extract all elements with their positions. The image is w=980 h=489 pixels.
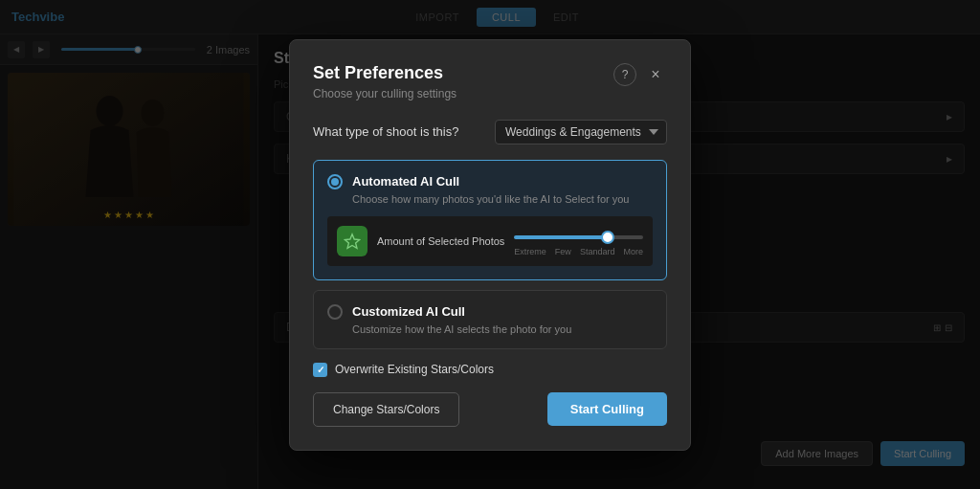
option-2-header: Customized AI Cull bbox=[327, 304, 653, 320]
modal-header: Set Preferences Choose your culling sett… bbox=[313, 63, 667, 100]
checkbox-label: Overwrite Existing Stars/Colors bbox=[335, 363, 494, 376]
modal-header-actions: ? × bbox=[613, 63, 667, 86]
help-button[interactable]: ? bbox=[613, 63, 636, 86]
tick-few: Few bbox=[555, 247, 571, 256]
tick-more: More bbox=[623, 247, 643, 256]
shoot-type-select[interactable]: Weddings & Engagements bbox=[495, 120, 667, 144]
svg-marker-3 bbox=[345, 233, 359, 247]
slider-container: Extreme Few Standard More bbox=[514, 226, 643, 256]
close-button[interactable]: × bbox=[644, 63, 667, 86]
slider-row: Amount of Selected Photos Extreme Few St… bbox=[327, 216, 653, 266]
overwrite-checkbox[interactable]: ✓ bbox=[313, 363, 327, 377]
option-2-desc: Customize how the AI selects the photo f… bbox=[352, 323, 653, 335]
tick-standard: Standard bbox=[580, 247, 615, 256]
modal-subtitle: Choose your culling settings bbox=[313, 87, 457, 100]
shoot-type-label: What type of shoot is this? bbox=[313, 124, 458, 139]
modal-footer: Change Stars/Colors Start Culling bbox=[313, 392, 667, 427]
option-2-title: Customized AI Cull bbox=[352, 304, 465, 319]
star-icon-box bbox=[337, 226, 368, 256]
option-1-header: Automated AI Cull bbox=[327, 174, 653, 189]
modal-title: Set Preferences bbox=[313, 63, 457, 83]
modal-title-area: Set Preferences Choose your culling sett… bbox=[313, 63, 457, 100]
radio-automated[interactable] bbox=[327, 174, 343, 189]
selected-photos-slider[interactable] bbox=[514, 235, 643, 239]
preferences-modal: Set Preferences Choose your culling sett… bbox=[289, 39, 691, 451]
modal-overlay: Set Preferences Choose your culling sett… bbox=[0, 0, 980, 489]
slider-label: Amount of Selected Photos bbox=[377, 235, 504, 247]
change-stars-colors-button[interactable]: Change Stars/Colors bbox=[313, 392, 459, 427]
tick-extreme: Extreme bbox=[514, 247, 546, 256]
radio-customized[interactable] bbox=[327, 304, 343, 320]
option-1-title: Automated AI Cull bbox=[352, 174, 459, 189]
start-culling-button[interactable]: Start Culling bbox=[547, 392, 667, 426]
checkbox-row: ✓ Overwrite Existing Stars/Colors bbox=[313, 363, 667, 377]
shoot-type-row: What type of shoot is this? Weddings & E… bbox=[313, 120, 667, 144]
checkmark-icon: ✓ bbox=[317, 365, 324, 375]
customized-ai-cull-card[interactable]: Customized AI Cull Customize how the AI … bbox=[313, 290, 667, 349]
slider-ticks: Extreme Few Standard More bbox=[514, 247, 643, 256]
option-1-desc: Choose how many photos you'd like the AI… bbox=[352, 193, 653, 205]
automated-ai-cull-card[interactable]: Automated AI Cull Choose how many photos… bbox=[313, 160, 667, 280]
